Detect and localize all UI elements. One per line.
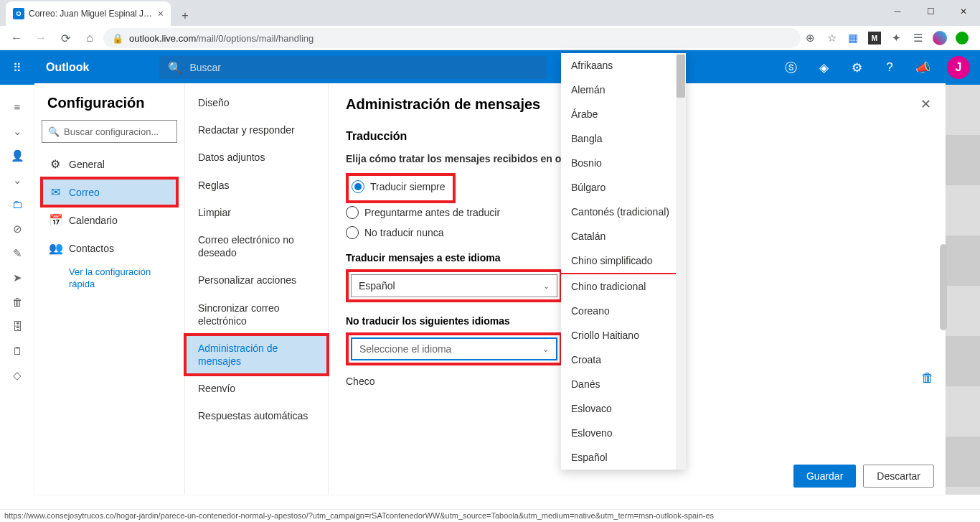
subnav-respuestas[interactable]: Respuestas automáticas xyxy=(185,402,328,429)
dropdown-item[interactable]: Alemán xyxy=(561,78,686,102)
dropdown-item[interactable]: Eslovaco xyxy=(561,396,686,421)
profile-avatar[interactable] xyxy=(933,31,947,45)
subnav-diseno[interactable]: Diseño xyxy=(185,89,328,116)
note-icon[interactable]: 🗒 xyxy=(12,345,23,358)
home-button[interactable]: ⌂ xyxy=(79,27,100,49)
puzzle-icon[interactable]: ✦ xyxy=(890,32,903,45)
subnav-redactar[interactable]: Redactar y responder xyxy=(185,116,328,144)
ext-m-icon[interactable]: M xyxy=(868,32,881,45)
url-box[interactable]: 🔒 outlook.live.com/mail/0/options/mail/h… xyxy=(103,28,801,48)
dropdown-item[interactable]: Danés xyxy=(561,372,686,396)
translate-to-select[interactable]: Español ⌄ xyxy=(351,274,557,297)
settings-search[interactable]: 🔍 Buscar configuracion... xyxy=(42,120,177,143)
url-path: /mail/0/options/mail/handling xyxy=(196,33,314,44)
person-icon[interactable]: 👤 xyxy=(11,149,24,162)
settings-panel: ✕ Configuración 🔍 Buscar configuracion..… xyxy=(34,83,946,495)
dropdown-item[interactable]: Croata xyxy=(561,348,686,372)
category-calendario[interactable]: 📅 Calendario xyxy=(42,206,177,234)
diamond-icon[interactable]: ◇ xyxy=(13,369,22,382)
back-button[interactable]: ← xyxy=(6,27,27,49)
radio-label: No traducir nunca xyxy=(364,227,444,238)
calendar-icon: 📅 xyxy=(49,213,62,227)
trash-icon[interactable]: 🗑 xyxy=(921,370,934,386)
inbox-icon[interactable]: 🗀 xyxy=(12,198,23,211)
reading-list-icon[interactable]: ☰ xyxy=(911,32,924,45)
subnav-limpiar[interactable]: Limpiar xyxy=(185,199,328,226)
left-rail: ≡ ⌄ 👤 ⌄ 🗀 ⊘ ✎ ➤ 🗑 🗄 🗒 ◇ xyxy=(0,85,34,508)
reload-button[interactable]: ⟳ xyxy=(55,27,76,49)
category-contactos[interactable]: 👥 Contactos xyxy=(42,234,177,262)
close-window-button[interactable]: ✕ xyxy=(947,0,980,23)
delete-icon[interactable]: 🗑 xyxy=(12,296,23,309)
select-value: Español xyxy=(359,280,395,292)
extension-icons: ⊕ ☆ ▦ M ✦ ☰ xyxy=(804,31,974,45)
dropdown-item[interactable]: Árabe xyxy=(561,102,686,126)
dropdown-item[interactable]: Búlgaro xyxy=(561,175,686,200)
dropdown-item[interactable]: Criollo Haitiano xyxy=(561,323,686,348)
app-launcher-icon[interactable]: ⠿ xyxy=(0,50,34,85)
outlook-brand[interactable]: Outlook xyxy=(34,61,100,74)
background-preview xyxy=(944,85,980,495)
gear-icon[interactable]: ⚙ xyxy=(841,50,872,85)
dropdown-item[interactable]: Chino tradicional xyxy=(561,274,686,299)
search-box[interactable]: 🔍 xyxy=(159,56,547,79)
block-icon[interactable]: ⊘ xyxy=(13,223,22,236)
forward-button[interactable]: → xyxy=(30,27,52,49)
hamburger-icon[interactable]: ≡ xyxy=(14,101,21,113)
new-tab-button[interactable]: + xyxy=(175,6,195,26)
radio-always-translate[interactable]: Traducir siempre xyxy=(352,180,446,193)
select-placeholder: Seleccione el idioma xyxy=(359,343,451,355)
subnav-personalizar[interactable]: Personalizar acciones xyxy=(185,266,328,294)
scrollbar-thumb[interactable] xyxy=(940,244,947,330)
dropdown-item[interactable]: Bosnio xyxy=(561,151,686,175)
chevron-down-icon[interactable]: ⌄ xyxy=(13,174,22,187)
minimize-button[interactable]: ─ xyxy=(881,0,914,23)
dropdown-item[interactable]: Afrikaans xyxy=(561,53,686,78)
dropdown-scrollbar[interactable] xyxy=(676,53,686,470)
skype-icon[interactable]: ⓢ xyxy=(775,50,806,85)
settings-categories: Configuración 🔍 Buscar configuracion... … xyxy=(34,83,185,495)
close-icon[interactable]: × xyxy=(158,8,164,19)
dropdown-item[interactable]: Cantonés (tradicional) xyxy=(561,200,686,224)
help-icon[interactable]: ? xyxy=(874,50,905,85)
plus-circle-icon[interactable]: ⊕ xyxy=(804,32,816,45)
translate-icon[interactable]: ▦ xyxy=(847,32,859,45)
lock-icon: 🔒 xyxy=(112,33,123,44)
view-quick-settings-link[interactable]: Ver la configuración rápida xyxy=(42,262,177,295)
settings-title: Configuración xyxy=(42,95,177,111)
outlook-diamond-icon[interactable]: ◈ xyxy=(808,50,839,85)
ext-green-icon[interactable] xyxy=(956,32,969,45)
maximize-button[interactable]: ☐ xyxy=(914,0,947,23)
chevron-down-icon[interactable]: ⌄ xyxy=(13,125,22,138)
star-icon[interactable]: ☆ xyxy=(825,32,838,45)
dropdown-item[interactable]: Catalán xyxy=(561,224,686,248)
subnav-no-deseado[interactable]: Correo electrónico no deseado xyxy=(185,226,328,266)
category-general[interactable]: ⚙ General xyxy=(42,150,177,178)
megaphone-icon[interactable]: 📣 xyxy=(907,50,938,85)
send-icon[interactable]: ➤ xyxy=(13,271,22,284)
address-bar: ← → ⟳ ⌂ 🔒 outlook.live.com/mail/0/option… xyxy=(0,26,980,50)
discard-button[interactable]: Descartar xyxy=(863,465,934,488)
user-avatar[interactable]: J xyxy=(947,56,970,79)
subnav-administracion[interactable]: Administración de mensajes xyxy=(185,335,328,375)
dropdown-item[interactable]: Español xyxy=(561,445,686,470)
browser-tab[interactable]: O Correo: Juan Miguel Espinal Jime × xyxy=(6,1,171,26)
dropdown-item[interactable]: Esloveno xyxy=(561,421,686,445)
radio-label: Preguntarme antes de traducir xyxy=(364,207,500,218)
dropdown-item[interactable]: Bangla xyxy=(561,126,686,151)
edit-icon[interactable]: ✎ xyxy=(13,247,22,260)
dont-translate-select[interactable]: Seleccione el idioma ⌄ xyxy=(351,337,557,360)
subnav-sincronizar[interactable]: Sincronizar correo electrónico xyxy=(185,294,328,335)
subnav-reenvio[interactable]: Reenvío xyxy=(185,375,328,402)
search-input[interactable] xyxy=(189,62,538,73)
subnav-adjuntos[interactable]: Datos adjuntos xyxy=(185,144,328,171)
dropdown-item[interactable]: Chino simplificado xyxy=(561,248,686,274)
dropdown-item[interactable]: Coreano xyxy=(561,299,686,323)
category-correo[interactable]: ✉ Correo xyxy=(42,178,177,206)
window-controls: ─ ☐ ✕ xyxy=(881,0,980,23)
subnav-reglas[interactable]: Reglas xyxy=(185,172,328,199)
search-icon: 🔍 xyxy=(168,61,182,75)
mail-icon: ✉ xyxy=(49,185,62,199)
archive-icon[interactable]: 🗄 xyxy=(12,320,23,333)
save-button[interactable]: Guardar xyxy=(793,465,856,488)
